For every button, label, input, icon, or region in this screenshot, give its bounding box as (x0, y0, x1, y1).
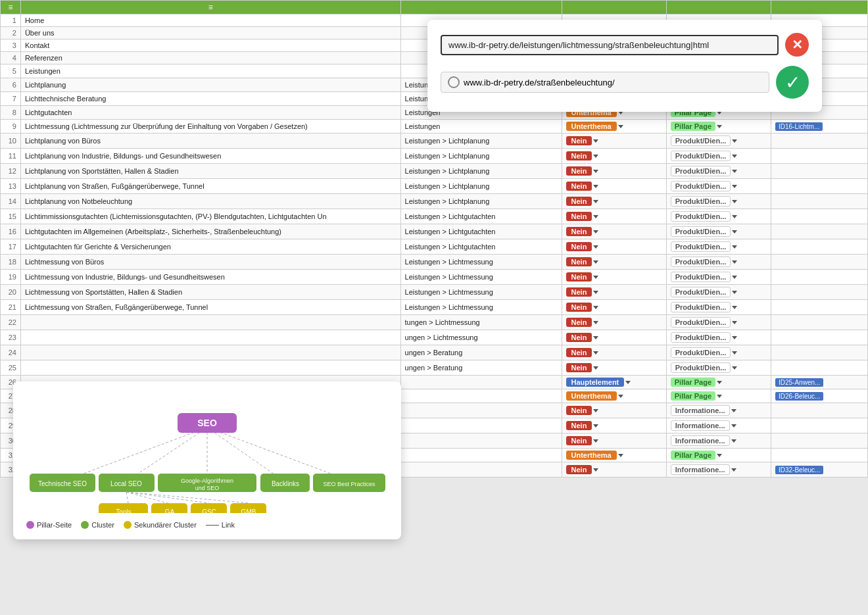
legend-secondary-dot (124, 521, 132, 529)
confirm-button[interactable]: ✓ (776, 66, 809, 99)
topic-cell[interactable]: Nein (562, 224, 666, 239)
dropdown-arrow (732, 276, 737, 279)
legend-secondary-label: Sekundärer Cluster (134, 521, 197, 529)
topic-cell[interactable]: Unterthema (562, 120, 666, 134)
col-parent-header[interactable] (400, 1, 562, 14)
row-number: 14 (1, 194, 21, 209)
close-button[interactable]: ✕ (785, 33, 809, 57)
topic-cell[interactable]: Nein (562, 403, 666, 418)
topic-cell[interactable]: Nein (562, 134, 666, 149)
pagetype-cell[interactable]: Produkt/Dien... (666, 164, 771, 179)
svg-line-20 (126, 492, 209, 503)
legend-link-label: Link (222, 521, 235, 529)
topic-cell[interactable]: Nein (562, 270, 666, 285)
table-row: 12Lichtplanung von Sportstätten, Hallen … (1, 164, 868, 179)
topic-badge: Nein (566, 465, 592, 474)
topic-cell[interactable]: Hauptelement (562, 376, 666, 389)
topic-badge: Hauptelement (566, 378, 625, 387)
pagetype-cell[interactable]: Pillar Page (666, 120, 771, 134)
parent-cell: Leistungen > Lichtplanung (400, 134, 562, 149)
topic-cell[interactable]: Nein (562, 209, 666, 224)
parent-cell: Leistungen > Lichtplanung (400, 179, 562, 194)
topic-cell[interactable]: Nein (562, 285, 666, 300)
table-row: 10Lichtplanung von BürosLeistungen > Lic… (1, 134, 868, 149)
topic-cell[interactable]: Nein (562, 194, 666, 209)
pagetype-cell[interactable]: Produkt/Dien... (666, 179, 771, 194)
col-seitenname-header[interactable] (20, 1, 400, 14)
pagetype-cell[interactable]: Pillar Page (666, 376, 771, 389)
pagetype-cell[interactable]: Produkt/Dien... (666, 239, 771, 255)
pagetype-cell[interactable]: Informatione... (666, 462, 771, 478)
pagetype-cell[interactable]: Informatione... (666, 418, 771, 433)
pagetype-cell[interactable]: Produkt/Dien... (666, 285, 771, 300)
id-cell (771, 134, 867, 149)
pagetype-cell[interactable]: Produkt/Dien... (666, 224, 771, 239)
row-number: 5 (1, 64, 21, 78)
id-cell (771, 433, 867, 449)
url-input[interactable] (441, 35, 779, 55)
page-name-cell: Lichtgutachten für Gerichte & Versicheru… (20, 239, 400, 255)
topic-cell[interactable]: Nein (562, 239, 666, 255)
pagetype-cell[interactable]: Produkt/Dien... (666, 149, 771, 164)
table-row: 11Lichtplanung von Industrie, Bildungs- … (1, 149, 868, 164)
topic-cell[interactable]: Nein (562, 149, 666, 164)
topic-cell[interactable]: Nein (562, 330, 666, 345)
id-cell (771, 418, 867, 433)
dropdown-arrow (731, 409, 736, 412)
topic-cell[interactable]: Nein (562, 462, 666, 478)
pagetype-cell[interactable]: Produkt/Dien... (666, 360, 771, 376)
page-name-cell: Lichtmessung von Büros (20, 255, 400, 270)
pagetype-cell[interactable]: Informatione... (666, 433, 771, 449)
parent-cell: Leistungen > Lichtgutachten (400, 224, 562, 239)
id-cell: ID25-Anwen... (771, 376, 867, 389)
pagetype-cell[interactable]: Produkt/Dien... (666, 315, 771, 330)
page-name-cell: Leistungen (20, 64, 400, 78)
id-cell (771, 239, 867, 255)
row-number: 18 (1, 255, 21, 270)
topic-cell[interactable]: Nein (562, 418, 666, 433)
id-cell (771, 285, 867, 300)
topic-cell[interactable]: Nein (562, 179, 666, 194)
topic-cell[interactable]: Nein (562, 300, 666, 315)
topic-cell[interactable]: Nein (562, 433, 666, 449)
dropdown-arrow (732, 336, 737, 339)
dropdown-arrow (593, 321, 598, 324)
parent-cell: Leistungen > Lichtmessung (400, 285, 562, 300)
svg-text:Google-Algorithmen: Google-Algorithmen (181, 478, 233, 484)
pagetype-cell[interactable]: Pillar Page (666, 389, 771, 403)
topic-badge: Nein (566, 318, 592, 327)
pagetype-cell[interactable]: Produkt/Dien... (666, 209, 771, 224)
topic-cell[interactable]: Nein (562, 315, 666, 330)
topic-cell[interactable]: Unterthema (562, 449, 666, 462)
topic-badge: Nein (566, 227, 592, 236)
topic-badge: Nein (566, 421, 592, 430)
page-name-cell (20, 360, 400, 376)
dropdown-arrow (618, 454, 623, 457)
svg-line-3 (207, 428, 283, 480)
pagetype-cell[interactable]: Produkt/Dien... (666, 345, 771, 360)
pagetype-cell[interactable]: Informatione... (666, 403, 771, 418)
row-number: 23 (1, 330, 21, 345)
id-cell (771, 403, 867, 418)
table-row: 14Lichtplanung von NotbeleuchtungLeistun… (1, 194, 868, 209)
topic-cell[interactable]: Nein (562, 360, 666, 376)
pagetype-cell[interactable]: Produkt/Dien... (666, 270, 771, 285)
page-name-cell: Home (20, 14, 400, 27)
topic-cell[interactable]: Nein (562, 345, 666, 360)
pagetype-cell[interactable]: Produkt/Dien... (666, 255, 771, 270)
dropdown-arrow (593, 185, 598, 188)
pagetype-cell[interactable]: Produkt/Dien... (666, 330, 771, 345)
table-row: 24ungen > BeratungNeinProdukt/Dien... (1, 345, 868, 360)
pagetype-cell[interactable]: Produkt/Dien... (666, 194, 771, 209)
dropdown-arrow (593, 351, 598, 355)
pagetype-badge: Pillar Page (671, 391, 715, 401)
topic-cell[interactable]: Nein (562, 255, 666, 270)
page-name-cell (20, 330, 400, 345)
topic-cell[interactable]: Nein (562, 164, 666, 179)
pagetype-cell[interactable]: Produkt/Dien... (666, 300, 771, 315)
dropdown-arrow (731, 439, 736, 443)
topic-cell[interactable]: Unterthema (562, 389, 666, 403)
topic-badge: Nein (566, 272, 592, 282)
pagetype-cell[interactable]: Produkt/Dien... (666, 134, 771, 149)
pagetype-cell[interactable]: Pillar Page (666, 449, 771, 462)
